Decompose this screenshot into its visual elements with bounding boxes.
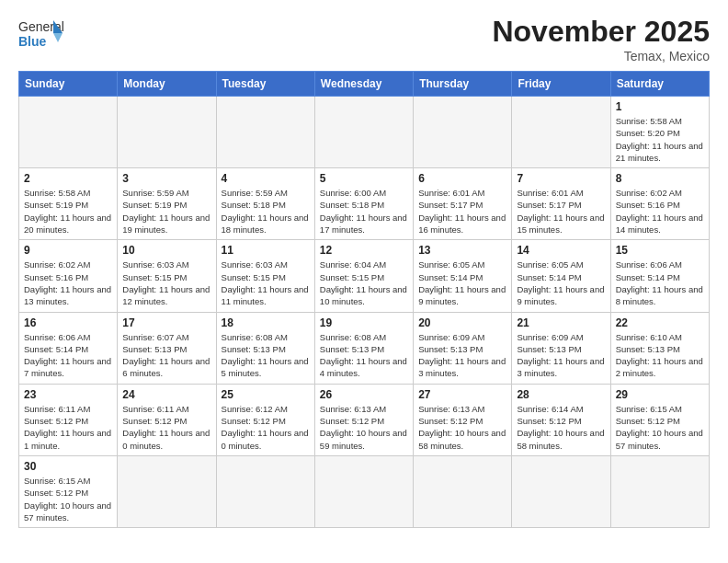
day-info: Sunrise: 6:05 AM Sunset: 5:14 PM Dayligh… xyxy=(418,259,506,307)
calendar-cell: 14Sunrise: 6:05 AM Sunset: 5:14 PM Dayli… xyxy=(512,240,610,312)
day-number: 24 xyxy=(122,388,210,401)
calendar-cell: 26Sunrise: 6:13 AM Sunset: 5:12 PM Dayli… xyxy=(314,384,413,455)
day-info: Sunrise: 6:05 AM Sunset: 5:14 PM Dayligh… xyxy=(517,259,605,307)
day-info: Sunrise: 6:01 AM Sunset: 5:17 PM Dayligh… xyxy=(418,187,506,236)
calendar-cell xyxy=(610,455,709,527)
calendar-cell: 22Sunrise: 6:10 AM Sunset: 5:13 PM Dayli… xyxy=(610,312,709,384)
day-number: 19 xyxy=(320,316,408,329)
day-number: 5 xyxy=(320,172,408,185)
day-info: Sunrise: 6:07 AM Sunset: 5:13 PM Dayligh… xyxy=(122,331,210,380)
day-info: Sunrise: 5:58 AM Sunset: 5:20 PM Dayligh… xyxy=(616,115,704,164)
calendar-cell: 30Sunrise: 6:15 AM Sunset: 5:12 PM Dayli… xyxy=(19,455,118,527)
day-info: Sunrise: 6:08 AM Sunset: 5:13 PM Dayligh… xyxy=(320,331,408,380)
calendar-cell xyxy=(512,97,610,168)
calendar-cell xyxy=(216,455,314,527)
day-number: 3 xyxy=(122,172,210,185)
day-number: 1 xyxy=(616,100,704,113)
day-number: 22 xyxy=(616,316,704,329)
day-info: Sunrise: 6:03 AM Sunset: 5:15 PM Dayligh… xyxy=(122,259,210,307)
day-number: 21 xyxy=(517,316,605,329)
day-number: 29 xyxy=(616,388,704,401)
calendar-cell: 29Sunrise: 6:15 AM Sunset: 5:12 PM Dayli… xyxy=(610,384,709,455)
calendar-cell: 23Sunrise: 6:11 AM Sunset: 5:12 PM Dayli… xyxy=(19,384,118,455)
day-info: Sunrise: 6:02 AM Sunset: 5:16 PM Dayligh… xyxy=(616,187,704,236)
calendar-cell: 3Sunrise: 5:59 AM Sunset: 5:19 PM Daylig… xyxy=(118,168,216,240)
svg-marker-3 xyxy=(53,33,63,42)
calendar-cell: 13Sunrise: 6:05 AM Sunset: 5:14 PM Dayli… xyxy=(414,240,512,312)
day-info: Sunrise: 6:12 AM Sunset: 5:12 PM Dayligh… xyxy=(222,403,310,452)
calendar-header-row: SundayMondayTuesdayWednesdayThursdayFrid… xyxy=(19,72,710,97)
title-block: November 2025 Temax, Mexico xyxy=(492,15,710,63)
calendar-cell xyxy=(216,97,314,168)
day-number: 28 xyxy=(517,388,605,401)
calendar-cell: 11Sunrise: 6:03 AM Sunset: 5:15 PM Dayli… xyxy=(216,240,314,312)
col-header-sunday: Sunday xyxy=(19,72,118,97)
day-number: 10 xyxy=(122,244,210,257)
day-info: Sunrise: 6:04 AM Sunset: 5:15 PM Dayligh… xyxy=(320,259,408,307)
day-info: Sunrise: 6:15 AM Sunset: 5:12 PM Dayligh… xyxy=(24,475,112,523)
day-info: Sunrise: 6:10 AM Sunset: 5:13 PM Dayligh… xyxy=(616,331,704,380)
month-title: November 2025 xyxy=(492,15,710,49)
day-info: Sunrise: 6:13 AM Sunset: 5:12 PM Dayligh… xyxy=(418,403,506,452)
day-info: Sunrise: 5:59 AM Sunset: 5:18 PM Dayligh… xyxy=(222,187,310,236)
col-header-monday: Monday xyxy=(118,72,216,97)
day-number: 11 xyxy=(222,244,310,257)
calendar-cell: 19Sunrise: 6:08 AM Sunset: 5:13 PM Dayli… xyxy=(314,312,413,384)
calendar-cell xyxy=(118,97,216,168)
day-number: 26 xyxy=(320,388,408,401)
calendar-cell: 17Sunrise: 6:07 AM Sunset: 5:13 PM Dayli… xyxy=(118,312,216,384)
col-header-tuesday: Tuesday xyxy=(216,72,314,97)
day-info: Sunrise: 6:06 AM Sunset: 5:14 PM Dayligh… xyxy=(616,259,704,307)
calendar-cell: 16Sunrise: 6:06 AM Sunset: 5:14 PM Dayli… xyxy=(19,312,118,384)
calendar-cell: 10Sunrise: 6:03 AM Sunset: 5:15 PM Dayli… xyxy=(118,240,216,312)
calendar-cell: 6Sunrise: 6:01 AM Sunset: 5:17 PM Daylig… xyxy=(414,168,512,240)
day-info: Sunrise: 6:02 AM Sunset: 5:16 PM Dayligh… xyxy=(24,259,112,307)
logo-svg: GeneralBlue xyxy=(18,15,64,55)
calendar-cell: 24Sunrise: 6:11 AM Sunset: 5:12 PM Dayli… xyxy=(118,384,216,455)
location: Temax, Mexico xyxy=(492,49,710,63)
calendar-cell: 12Sunrise: 6:04 AM Sunset: 5:15 PM Dayli… xyxy=(314,240,413,312)
day-info: Sunrise: 5:59 AM Sunset: 5:19 PM Dayligh… xyxy=(122,187,210,236)
day-info: Sunrise: 6:09 AM Sunset: 5:13 PM Dayligh… xyxy=(418,331,506,380)
day-info: Sunrise: 6:08 AM Sunset: 5:13 PM Dayligh… xyxy=(222,331,310,380)
calendar-cell: 15Sunrise: 6:06 AM Sunset: 5:14 PM Dayli… xyxy=(610,240,709,312)
day-info: Sunrise: 6:06 AM Sunset: 5:14 PM Dayligh… xyxy=(24,331,112,380)
calendar-cell: 27Sunrise: 6:13 AM Sunset: 5:12 PM Dayli… xyxy=(414,384,512,455)
day-number: 20 xyxy=(418,316,506,329)
day-number: 2 xyxy=(24,172,112,185)
day-info: Sunrise: 5:58 AM Sunset: 5:19 PM Dayligh… xyxy=(24,187,112,236)
calendar-cell xyxy=(314,455,413,527)
day-info: Sunrise: 6:11 AM Sunset: 5:12 PM Dayligh… xyxy=(122,403,210,452)
day-number: 30 xyxy=(24,460,112,473)
calendar-cell: 9Sunrise: 6:02 AM Sunset: 5:16 PM Daylig… xyxy=(19,240,118,312)
day-number: 13 xyxy=(418,244,506,257)
calendar-cell: 21Sunrise: 6:09 AM Sunset: 5:13 PM Dayli… xyxy=(512,312,610,384)
day-number: 7 xyxy=(517,172,605,185)
calendar-cell: 4Sunrise: 5:59 AM Sunset: 5:18 PM Daylig… xyxy=(216,168,314,240)
day-number: 27 xyxy=(418,388,506,401)
calendar-cell xyxy=(314,97,413,168)
calendar-cell: 7Sunrise: 6:01 AM Sunset: 5:17 PM Daylig… xyxy=(512,168,610,240)
calendar-cell: 18Sunrise: 6:08 AM Sunset: 5:13 PM Dayli… xyxy=(216,312,314,384)
day-info: Sunrise: 6:03 AM Sunset: 5:15 PM Dayligh… xyxy=(222,259,310,307)
col-header-thursday: Thursday xyxy=(414,72,512,97)
calendar-cell: 1Sunrise: 5:58 AM Sunset: 5:20 PM Daylig… xyxy=(610,97,709,168)
day-info: Sunrise: 6:01 AM Sunset: 5:17 PM Dayligh… xyxy=(517,187,605,236)
day-number: 12 xyxy=(320,244,408,257)
day-info: Sunrise: 6:11 AM Sunset: 5:12 PM Dayligh… xyxy=(24,403,112,452)
calendar-cell: 25Sunrise: 6:12 AM Sunset: 5:12 PM Dayli… xyxy=(216,384,314,455)
header: GeneralBlue November 2025 Temax, Mexico xyxy=(18,15,710,63)
day-number: 6 xyxy=(418,172,506,185)
calendar-table: SundayMondayTuesdayWednesdayThursdayFrid… xyxy=(18,71,710,528)
day-info: Sunrise: 6:00 AM Sunset: 5:18 PM Dayligh… xyxy=(320,187,408,236)
calendar-cell xyxy=(19,97,118,168)
calendar-cell: 5Sunrise: 6:00 AM Sunset: 5:18 PM Daylig… xyxy=(314,168,413,240)
calendar-cell xyxy=(512,455,610,527)
logo: GeneralBlue xyxy=(18,15,64,55)
day-info: Sunrise: 6:14 AM Sunset: 5:12 PM Dayligh… xyxy=(517,403,605,452)
calendar-cell xyxy=(118,455,216,527)
calendar-cell: 20Sunrise: 6:09 AM Sunset: 5:13 PM Dayli… xyxy=(414,312,512,384)
day-number: 4 xyxy=(222,172,310,185)
page: GeneralBlue November 2025 Temax, Mexico … xyxy=(0,0,728,546)
day-number: 25 xyxy=(222,388,310,401)
